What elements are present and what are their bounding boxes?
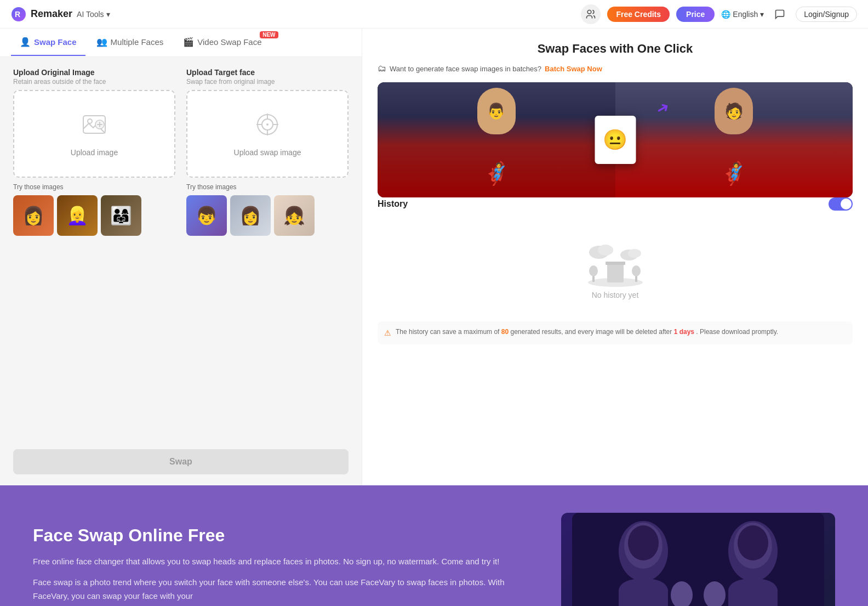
upload-target-icon <box>254 111 281 143</box>
try-target-thumb-1[interactable]: 👦 <box>186 195 227 236</box>
multiple-faces-icon: 👥 <box>96 37 107 47</box>
svg-point-4 <box>88 119 92 123</box>
upload-target-label: Upload swap image <box>234 148 301 157</box>
ai-tools-menu[interactable]: AI Tools ▾ <box>77 10 110 19</box>
new-badge: NEW <box>260 31 278 38</box>
try-original-thumb-3[interactable]: 👨‍👩‍👧 <box>101 195 141 236</box>
swap-face-icon: 👤 <box>20 37 31 47</box>
promo-section: Face Swap Online Free Free online face c… <box>0 485 868 606</box>
batch-info-text: Want to generate face swap images in bat… <box>390 65 541 73</box>
language-selector[interactable]: 🌐 English ▾ <box>721 10 764 19</box>
history-empty-state: No history yet <box>378 219 853 321</box>
right-panel: Swap Faces with One Click 🗂 Want to gene… <box>362 29 868 485</box>
upload-target-subtitle: Swap face from original image <box>186 78 349 86</box>
svg-point-19 <box>628 249 641 258</box>
upload-original-subtitle: Retain areas outside of the face <box>13 78 175 86</box>
svg-point-8 <box>266 123 269 126</box>
history-notice-text2: generated results, and every image will … <box>510 328 672 336</box>
try-target-images: 👦 👩 👧 <box>186 195 349 236</box>
try-target-thumb-3[interactable]: 👧 <box>274 195 315 236</box>
upload-original-col: Upload Original Image Retain areas outsi… <box>13 68 175 236</box>
upload-original-title: Upload Original Image <box>13 68 175 77</box>
tabs-bar: 👤 Swap Face 👥 Multiple Faces 🎬 Video Swa… <box>0 29 362 57</box>
svg-rect-14 <box>607 263 624 282</box>
svg-point-30 <box>738 525 768 560</box>
upload-row: Upload Original Image Retain areas outsi… <box>13 68 349 236</box>
try-original-thumb-2[interactable]: 👱‍♀️ <box>57 195 98 236</box>
svg-rect-24 <box>572 513 824 606</box>
tab-multiple-faces[interactable]: 👥 Multiple Faces <box>88 29 173 56</box>
try-original-label: Try those images <box>13 183 175 191</box>
tab-video-swap-face[interactable]: 🎬 Video Swap Face NEW <box>174 29 277 56</box>
history-notice-text3: . Please download promptly. <box>696 328 778 336</box>
try-target-label: Try those images <box>186 183 349 191</box>
history-header: History <box>378 197 853 211</box>
svg-rect-15 <box>606 262 625 265</box>
try-original-thumb-1[interactable]: 👩 <box>13 195 54 236</box>
try-original-images: 👩 👱‍♀️ 👨‍👩‍👧 <box>13 195 175 236</box>
swap-button[interactable]: Swap <box>13 449 349 474</box>
navbar: R Remaker AI Tools ▾ Free Credits Price … <box>0 0 868 29</box>
upload-original-box[interactable]: Upload image <box>13 90 175 178</box>
left-panel: 👤 Swap Face 👥 Multiple Faces 🎬 Video Swa… <box>0 29 362 485</box>
promo-desc-1: Free online face changer that allows you… <box>33 554 539 569</box>
ai-tools-label: AI Tools <box>77 10 104 19</box>
batch-info: 🗂 Want to generate face swap images in b… <box>378 64 853 73</box>
history-days: 1 days <box>674 328 694 336</box>
tab-swap-face[interactable]: 👤 Swap Face <box>11 29 85 56</box>
free-credits-button[interactable]: Free Credits <box>607 7 670 22</box>
logo[interactable]: R Remaker <box>11 7 72 22</box>
chat-button[interactable] <box>770 5 789 24</box>
notice-icon: ⚠ <box>384 327 391 339</box>
tab-video-swap-label: Video Swap Face <box>197 37 261 47</box>
svg-point-2 <box>588 10 592 14</box>
svg-point-21 <box>589 265 598 276</box>
language-chevron: ▾ <box>760 10 764 19</box>
promo-title: Face Swap Online Free <box>33 525 539 546</box>
promo-text: Face Swap Online Free Free online face c… <box>33 525 539 606</box>
main-content: 👤 Swap Face 👥 Multiple Faces 🎬 Video Swa… <box>0 29 868 485</box>
right-panel-title: Swap Faces with One Click <box>378 42 853 56</box>
globe-icon: 🌐 <box>721 10 730 19</box>
history-empty-text: No history yet <box>592 291 639 299</box>
users-icon-button[interactable] <box>581 4 601 24</box>
navbar-right: Free Credits Price 🌐 English ▾ Login/Sig… <box>581 4 857 24</box>
promo-image <box>561 513 835 606</box>
price-button[interactable]: Price <box>676 7 715 22</box>
upload-section: Upload Original Image Retain areas outsi… <box>0 57 362 449</box>
batch-swap-now-link[interactable]: Batch Swap Now <box>545 65 602 73</box>
chevron-down-icon: ▾ <box>106 10 110 19</box>
logo-icon: R <box>11 7 26 22</box>
tab-multiple-faces-label: Multiple Faces <box>111 37 164 47</box>
history-notice-text1: The history can save a maximum of <box>396 328 499 336</box>
upload-original-icon <box>81 111 107 143</box>
batch-stack-icon: 🗂 <box>378 64 386 73</box>
login-signup-button[interactable]: Login/Signup <box>796 7 857 22</box>
svg-text:R: R <box>15 10 20 19</box>
svg-point-27 <box>628 525 659 560</box>
upload-original-label: Upload image <box>71 148 118 157</box>
swap-button-wrap: Swap <box>0 449 362 485</box>
svg-point-23 <box>632 265 641 276</box>
upload-target-title: Upload Target face <box>186 68 349 77</box>
language-label: English <box>733 10 758 19</box>
history-empty-illustration <box>583 236 648 291</box>
history-max-count: 80 <box>501 328 509 336</box>
demo-swap-visual: 👨 🦸 😐 ➜ 🧑 🦸 <box>378 82 853 197</box>
history-notice: ⚠ The history can save a maximum of 80 g… <box>378 321 853 344</box>
tab-swap-face-label: Swap Face <box>34 37 77 47</box>
try-target-thumb-2[interactable]: 👩 <box>230 195 271 236</box>
upload-target-col: Upload Target face Swap face from origin… <box>186 68 349 236</box>
history-title: History <box>378 199 408 209</box>
history-toggle[interactable] <box>829 197 853 211</box>
upload-target-box[interactable]: Upload swap image <box>186 90 349 178</box>
video-swap-icon: 🎬 <box>183 37 194 47</box>
promo-faces-visual <box>572 513 824 606</box>
app-name: Remaker <box>31 8 72 20</box>
promo-desc-2: Face swap is a photo trend where you swi… <box>33 575 539 603</box>
svg-point-17 <box>598 245 613 256</box>
